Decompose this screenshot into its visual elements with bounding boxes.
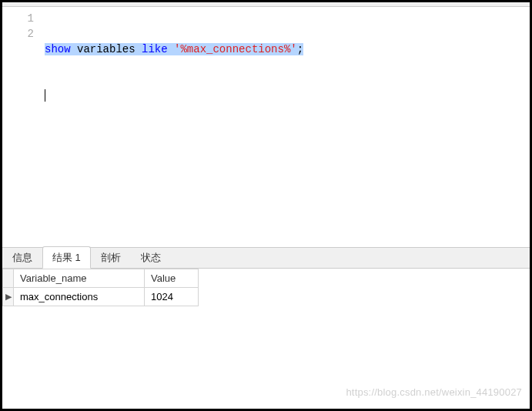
sql-keyword: like	[142, 43, 168, 55]
column-header-variable-name[interactable]: Variable_name	[14, 269, 145, 288]
result-grid[interactable]: Variable_name Value ▶ max_connections 10…	[2, 269, 199, 306]
code-line[interactable]: show variables like '%max_connections%';	[45, 42, 530, 57]
table-header-row: Variable_name Value	[3, 269, 199, 288]
row-indicator-header	[3, 269, 14, 288]
tab-result-1[interactable]: 结果 1	[42, 246, 91, 269]
sql-editor[interactable]: 1 2 show variables like '%max_connection…	[2, 7, 530, 247]
result-tabs: 信息 结果 1 剖析 状态	[2, 247, 530, 269]
line-number: 2	[2, 26, 45, 42]
sql-keyword: show	[45, 43, 71, 55]
line-number: 1	[2, 11, 45, 26]
sql-terminator: ;	[297, 43, 303, 55]
code-area[interactable]: show variables like '%max_connections%';	[45, 7, 530, 247]
app-window: 1 2 show variables like '%max_connection…	[0, 0, 532, 411]
cell-variable-name[interactable]: max_connections	[14, 288, 145, 306]
tab-status[interactable]: 状态	[131, 246, 171, 268]
watermark: https://blog.csdn.net/weixin_44190027	[346, 386, 522, 398]
cell-value[interactable]: 1024	[145, 288, 199, 306]
row-indicator: ▶	[3, 288, 14, 306]
sql-string: '%max_connections%'	[174, 43, 297, 55]
table-row[interactable]: ▶ max_connections 1024	[3, 288, 199, 306]
result-grid-pane: Variable_name Value ▶ max_connections 10…	[2, 269, 530, 388]
tab-profile[interactable]: 剖析	[91, 246, 131, 268]
code-line[interactable]	[45, 88, 530, 103]
text-cursor	[45, 89, 45, 102]
tab-messages[interactable]: 信息	[2, 246, 42, 268]
sql-identifier: variables	[77, 43, 136, 55]
column-header-value[interactable]: Value	[145, 269, 199, 288]
line-number-gutter: 1 2	[2, 7, 45, 247]
